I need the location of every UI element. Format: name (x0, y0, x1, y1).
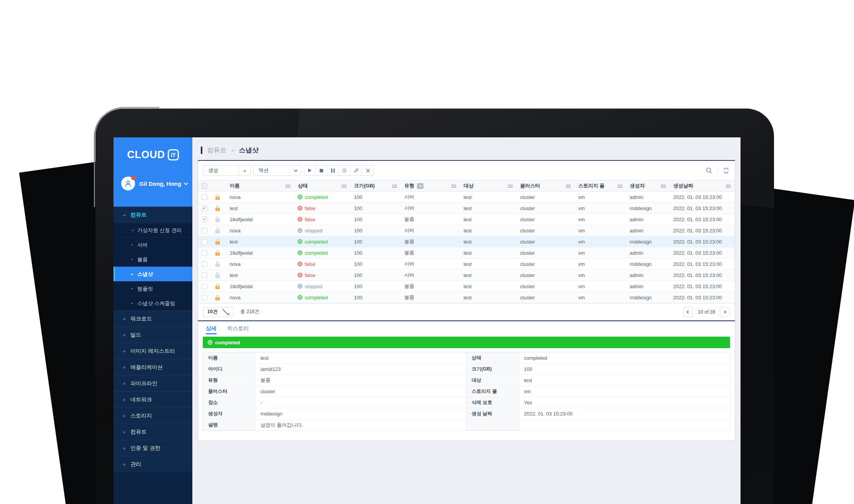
edit-button[interactable] (350, 165, 362, 175)
sidebar-item-컴퓨트[interactable]: +컴퓨트 (113, 424, 192, 440)
table-row[interactable]: 1lkdfjwolalstopped100볼륨testclustervmadmi… (198, 281, 735, 292)
detail-label: 생성자 (203, 408, 255, 419)
sidebar-item-컴퓨트[interactable]: −컴퓨트 (113, 207, 192, 223)
row-checkbox[interactable] (202, 250, 207, 256)
sidebar-item-label: 스냅샷 스케줄링 (137, 300, 175, 307)
delete-button[interactable] (362, 165, 374, 175)
row-checkbox[interactable] (202, 239, 207, 245)
table-row[interactable]: testcompleted100볼륨testclustervmrnddesign… (198, 236, 735, 247)
cell-creator: admin (626, 284, 670, 289)
table-row[interactable]: novastopped100서버testclustervmadmin2022. … (198, 225, 735, 236)
column-header-size[interactable]: 크기(GB) (350, 180, 401, 191)
sidebar-item-네트워크[interactable]: +네트워크 (113, 391, 192, 407)
cell-cluster: cluster (517, 272, 575, 278)
stop-button[interactable] (316, 165, 327, 175)
row-checkbox-cell (198, 239, 211, 245)
row-checkbox[interactable] (202, 284, 207, 289)
sidebar-item-관리[interactable]: +관리 (113, 456, 192, 472)
menu-lines-icon (392, 184, 397, 188)
sidebar-item-인증 및 권한[interactable]: +인증 및 권한 (113, 440, 192, 456)
row-checkbox[interactable] (202, 261, 207, 267)
filter-badge[interactable] (417, 183, 424, 189)
next-page-button[interactable] (720, 307, 730, 317)
detail-row: 생성자rnddesign (203, 408, 466, 419)
column-header-status[interactable]: 상태 (294, 180, 350, 191)
column-header-date[interactable]: 생성날짜 (670, 180, 735, 191)
row-checkbox[interactable] (202, 228, 207, 234)
search-button[interactable] (706, 167, 713, 174)
column-header-creator[interactable]: 생성자 (626, 180, 670, 191)
page-size-select[interactable]: 10건 (203, 307, 234, 317)
cell-status: completed (294, 239, 350, 245)
column-header-name[interactable]: 이름 (226, 180, 294, 191)
cell-size: 100 (350, 205, 401, 211)
cell-pool: vm (575, 194, 626, 200)
brand-logo[interactable]: CLOUD iT (113, 137, 192, 161)
table-row[interactable]: testfalse100서버testclustervmadmin2022. 01… (198, 270, 735, 281)
row-checkbox[interactable]: ✓ (202, 217, 207, 222)
sidebar-item-label: 파이프라인 (130, 380, 157, 387)
detail-label: 크기(GB) (467, 364, 519, 374)
column-header-cluster[interactable]: 클러스터 (517, 180, 575, 191)
pagination-bar: 10건 총 218건 10 of 28 (198, 303, 735, 320)
plus-icon[interactable]: + (239, 165, 250, 175)
user-name: Gil Dong, Hong (139, 180, 184, 187)
table-row[interactable]: 1lkdfjwolalcompleted100볼륨testclustervmad… (198, 247, 735, 259)
record-button[interactable] (339, 165, 350, 175)
sidebar-item-빌드[interactable]: +빌드 (113, 327, 192, 343)
detail-label: 상태 (467, 352, 519, 363)
status-icon (298, 284, 302, 289)
cell-name: test (226, 272, 294, 278)
detail-value: cluster (255, 386, 466, 397)
lock-icon (215, 194, 220, 200)
sidebar-header: CLOUD iT Gil Dong, Hong (113, 137, 192, 207)
detail-label: 스토리지 풀 (467, 386, 519, 397)
prev-page-button[interactable] (683, 307, 693, 317)
cell-target: test (460, 272, 517, 278)
tab-상세[interactable]: 상세 (206, 325, 217, 334)
breadcrumb-parent[interactable]: 컴퓨트 (207, 146, 227, 155)
row-checkbox[interactable]: ✓ (202, 205, 207, 211)
user-menu[interactable]: Gil Dong, Hong (121, 177, 187, 190)
sidebar-item-워크로드[interactable]: +워크로드 (113, 310, 192, 327)
cell-creator: admin (626, 217, 670, 222)
refresh-button[interactable] (722, 167, 730, 174)
pause-button[interactable] (327, 165, 339, 175)
cell-size: 100 (350, 194, 401, 200)
sidebar-item-스냅샷[interactable]: •스냅샷 (113, 267, 192, 281)
table-row[interactable]: ✓1lkdfjwolalfalse100볼륨testclustervmadmin… (198, 214, 735, 225)
table-row[interactable]: novafalse100서버testclustervmrnddesign2022… (198, 259, 735, 270)
detail-panel: 상세히스토리 completed 이름test아이디iamid123유형볼륨클러… (198, 320, 735, 441)
sidebar-item-파이프라인[interactable]: +파이프라인 (113, 375, 192, 391)
table-row[interactable]: ✓testfalse100서버testclustervmrnddesign202… (198, 203, 735, 214)
sidebar-item-서버[interactable]: •서버 (113, 237, 192, 252)
table-row[interactable]: novacompleted100볼륨testclustervmrnddesign… (198, 292, 735, 303)
action-dropdown[interactable]: 액션 (254, 165, 301, 176)
sidebar-item-볼륨[interactable]: •볼륨 (113, 252, 192, 267)
cell-type: 볼륨 (401, 283, 460, 290)
table-row[interactable]: novacompleted100서버testclustervmadmin2022… (198, 192, 735, 203)
tab-히스토리[interactable]: 히스토리 (227, 325, 249, 334)
row-checkbox[interactable] (202, 295, 207, 300)
sidebar-item-애플리케이션[interactable]: +애플리케이션 (113, 359, 192, 375)
create-button[interactable]: 생성 + (203, 165, 251, 176)
plus-icon: + (123, 461, 130, 467)
row-checkbox[interactable] (202, 194, 207, 200)
start-button[interactable] (304, 165, 316, 175)
sidebar-item-label: 이미지 레지스트리 (130, 348, 175, 355)
row-checkbox[interactable] (202, 272, 207, 278)
detail-label: 이름 (203, 352, 255, 363)
sidebar-item-가상자원 신청 관리[interactable]: +가상자원 신청 관리 (113, 223, 192, 237)
column-header-type[interactable]: 유형 (401, 180, 460, 191)
sidebar-item-이미지 레지스트리[interactable]: +이미지 레지스트리 (113, 343, 192, 359)
sidebar-item-스냅샷 스케줄링[interactable]: •스냅샷 스케줄링 (113, 296, 192, 310)
sidebar-item-label: 가상자원 신청 관리 (137, 227, 182, 234)
column-header-target[interactable]: 대상 (460, 180, 517, 191)
sidebar-item-템플릿[interactable]: •템플릿 (113, 281, 192, 296)
sidebar-item-스토리지[interactable]: +스토리지 (113, 407, 192, 424)
cell-pool: vm (575, 272, 626, 278)
column-header-pool[interactable]: 스토리지 풀 (575, 180, 626, 191)
row-lock-cell (211, 205, 226, 212)
select-all-checkbox[interactable] (202, 183, 207, 189)
detail-value: rnddesign (255, 408, 466, 419)
